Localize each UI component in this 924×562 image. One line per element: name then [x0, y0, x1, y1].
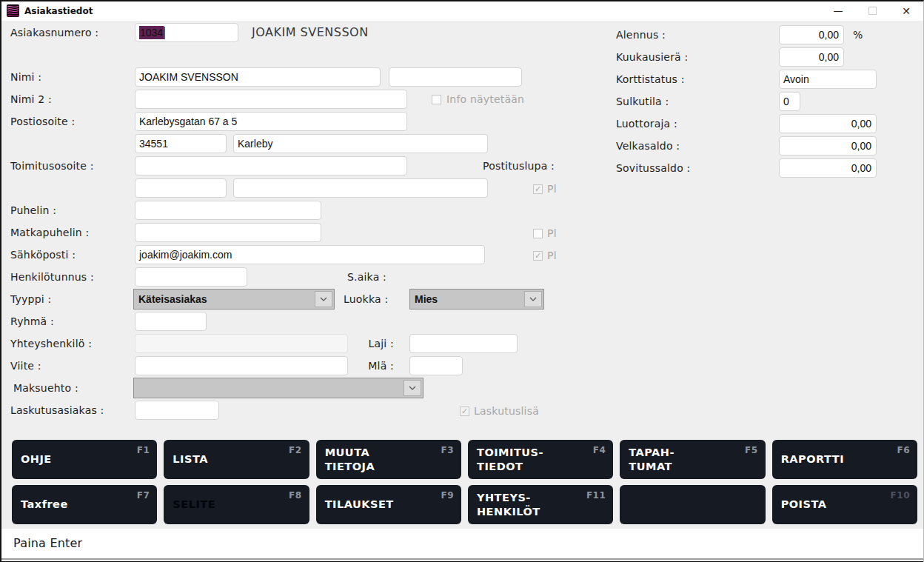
asiakasnumero-label: Asiakasnumero : [10, 23, 98, 42]
postituslupa-email-checkbox[interactable]: ✓ [533, 251, 543, 261]
button-label: TOIMITUS- [477, 446, 604, 460]
tyyppi-label: Tyyppi : [10, 290, 51, 309]
ohje-button[interactable]: F1 OHJE [12, 440, 157, 479]
button-label: OHJE [21, 452, 148, 466]
matkapuhelin-input[interactable] [135, 223, 321, 242]
info-naytetaan-checkbox[interactable]: ✓ [432, 95, 441, 104]
chevron-down-icon [315, 291, 332, 307]
asiakasnumero-input[interactable]: 1034 [135, 23, 238, 42]
button-label: TAPAH- [629, 446, 756, 460]
laskutusasiakas-label: Laskutusasiakas : [10, 401, 104, 420]
postituslupa-post-checkbox[interactable]: ✓ [533, 184, 543, 194]
toimitus-postitoimipaikka-input[interactable] [233, 178, 488, 198]
poista-button[interactable]: F10 POISTA [772, 485, 917, 524]
fn-key-label: F9 [441, 490, 454, 501]
status-message: Paina Enter [13, 529, 82, 558]
korttistatus-label: Korttistatus : [616, 70, 685, 89]
toimitus-postinumero-input[interactable] [135, 178, 227, 198]
window-title: Asiakastiedot [24, 1, 93, 21]
selite-button[interactable]: F8 SELITE [164, 485, 309, 524]
lista-button[interactable]: F2 LISTA [164, 440, 309, 479]
viite-input[interactable] [135, 356, 348, 375]
chevron-down-icon [404, 380, 421, 396]
button-label: TILAUKSET [325, 498, 452, 512]
toimitusosoite-input[interactable] [135, 156, 407, 175]
sovitussaldo-value: 0,00 [851, 162, 871, 174]
empty-button [620, 485, 765, 524]
laskutusasiakas-input[interactable] [135, 401, 219, 420]
yhteyshenkilot-button[interactable]: F11 YHTEYS-HENKILÖT [468, 485, 613, 524]
check-icon: ✓ [535, 252, 541, 260]
chevron-down-icon [524, 291, 542, 307]
henkilotunnus-input[interactable] [135, 267, 247, 287]
asiakastiedot-window: Asiakastiedot — ✕ Asiakasnumero : Nimi :… [0, 0, 924, 562]
sovitussaldo-input[interactable]: 0,00 [779, 158, 877, 178]
ryhma-input[interactable] [135, 312, 207, 331]
status-bar: Paina Enter [1, 529, 923, 558]
nimi2-input[interactable] [135, 90, 407, 109]
postituslupa-mobile-label: Pl [547, 224, 557, 243]
postituslupa-email-label: Pl [547, 246, 557, 265]
luottoraja-value: 0,00 [851, 118, 871, 130]
alennus-unit: % [853, 25, 863, 44]
korttistatus-input[interactable]: Avoin [779, 70, 877, 89]
korttistatus-value: Avoin [783, 73, 809, 85]
button-label: LISTA [173, 452, 300, 466]
taxfree-button[interactable]: F7 Taxfree [12, 485, 157, 524]
close-button[interactable]: ✕ [889, 1, 923, 21]
tapahtumat-button[interactable]: F5 TAPAH-TUMAT [620, 440, 765, 479]
laskutuslisa-checkbox[interactable]: ✓ [460, 407, 469, 416]
title-bar: Asiakastiedot — ✕ [1, 1, 923, 21]
nimi-label: Nimi : [10, 67, 41, 87]
button-label: SELITE [173, 498, 300, 512]
nimi-input[interactable]: JOAKIM SVENSSON [135, 67, 381, 87]
nimi-extra-input[interactable] [389, 67, 522, 87]
laji-input[interactable] [409, 334, 518, 353]
postitoimipaikka-input[interactable]: Karleby [233, 134, 488, 153]
postinumero-input[interactable]: 34551 [135, 134, 227, 153]
postituslupa-mobile-checkbox[interactable]: ✓ [533, 229, 543, 238]
check-icon: ✓ [461, 407, 468, 415]
fn-key-label: F4 [593, 445, 606, 455]
fn-key-label: F3 [441, 445, 454, 455]
ryhma-label: Ryhmä : [10, 312, 54, 331]
tyyppi-dropdown[interactable]: Käteisasiakas [133, 289, 335, 310]
sulkutila-input[interactable]: 0 [779, 92, 800, 111]
sahkoposti-value: joakim@joakim.com [139, 249, 232, 261]
button-label: MUUTA [325, 446, 452, 460]
postiosoite-input[interactable]: Karlebysgatan 67 a 5 [135, 112, 407, 131]
luottoraja-label: Luottoraja : [616, 114, 677, 133]
maksuehto-dropdown[interactable] [133, 378, 424, 398]
sahkoposti-input[interactable]: joakim@joakim.com [135, 245, 485, 264]
kuukausiera-input[interactable]: 0,00 [779, 47, 844, 67]
muuta-tietoja-button[interactable]: F3 MUUTATIETOJA [316, 440, 461, 479]
luokka-label: Luokka : [344, 290, 388, 309]
luottoraja-input[interactable]: 0,00 [779, 114, 877, 133]
button-label: TUMAT [629, 460, 756, 474]
fn-key-label: F1 [137, 445, 150, 455]
luokka-dropdown[interactable]: Mies [409, 289, 544, 310]
velkasaldo-input[interactable]: 0,00 [779, 136, 877, 155]
text-caret [164, 27, 165, 39]
fn-key-label: F8 [289, 490, 302, 501]
tilaukset-button[interactable]: F9 TILAUKSET [316, 485, 461, 524]
alennus-input[interactable]: 0,00 [779, 25, 844, 44]
kuukausiera-value: 0,00 [819, 51, 839, 63]
matkapuhelin-label: Matkapuhelin : [10, 223, 89, 242]
minimize-button[interactable]: — [821, 1, 855, 21]
viite-label: Viite : [10, 356, 41, 375]
yhteyshenkilo-input[interactable] [135, 334, 348, 353]
laskutuslisa-label: Laskutuslisä [474, 401, 539, 421]
mla-input[interactable] [409, 356, 463, 375]
customer-display-name: JOAKIM SVENSSON [252, 23, 369, 42]
nimi-value: JOAKIM SVENSSON [139, 71, 238, 83]
raportti-button[interactable]: F6 RAPORTTI [772, 440, 917, 479]
puhelin-input[interactable] [135, 201, 321, 220]
postiosoite-label: Postiosoite : [10, 112, 75, 131]
button-label: Taxfree [21, 498, 148, 512]
postiosoite-value: Karlebysgatan 67 a 5 [139, 116, 237, 127]
velkasaldo-value: 0,00 [851, 140, 871, 152]
maximize-button[interactable] [855, 1, 889, 21]
toimitustiedot-button[interactable]: F4 TOIMITUS-TIEDOT [468, 440, 613, 479]
henkilotunnus-label: Henkilötunnus : [10, 267, 94, 287]
